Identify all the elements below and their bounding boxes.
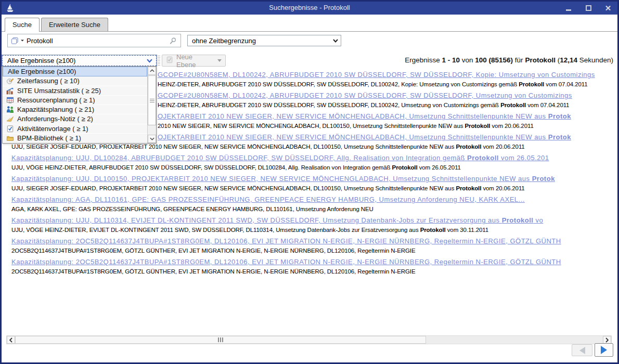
scroll-left-button[interactable] [7,336,15,344]
category-dropdown-popup: Alle Ergebnisse (≥100)Zeiterfassung ( ≥ … [2,66,157,144]
close-button[interactable]: ✕ [604,4,612,12]
thumb-grip-icon [218,337,223,342]
scrollbar-track[interactable] [15,336,603,344]
result-item: Kapazitätsplanung: AGA, DL110161, GPE: G… [11,194,617,213]
horizontal-scrollbar[interactable] [6,335,612,344]
text-segment: Protokoll [519,81,544,87]
chevron-down-icon[interactable] [333,39,338,43]
window-title: Suchergebnisse - Protokoll [2,4,617,11]
dropdown-item[interactable]: Kapazitätsplanung ( ≥ 21) [3,105,147,114]
text-segment: Protok [548,133,571,141]
text-segment: Protok [548,112,571,120]
results-summary: Ergebnisse 1 - 10 von 100 (85156) für Pr… [405,56,613,64]
text-segment: Kapazitätsplanung: AGA, DL110161, GPE: G… [11,196,525,203]
result-item: Kapazitätsplanung: 2OC5B2Q114637J4TBUPA#… [11,257,617,276]
dropdown-item[interactable]: Ressourcenplanung ( ≥ 1) [3,96,147,105]
search-scope-caret-icon[interactable] [20,39,24,42]
text-segment: Kapazitätsplanung: 2OC5B2Q114637J4TBUPA#… [11,237,561,245]
tab-suche[interactable]: Suche [5,18,40,32]
result-title-link[interactable]: Kapazitätsplanung: AGA, DL110161, GPE: G… [11,194,617,205]
result-title-link[interactable]: Kapazitätsplanung: UJU, DL100284, ABRUFB… [11,153,617,163]
result-title-link[interactable]: Kapazitätsplanung: 2OC5B2Q114637J4TBUPA#… [11,236,617,246]
chevron-left-icon [9,337,12,343]
text-segment: 2OC5B2Q114637J4TBUPA#1ST8RG0EM, GÖTZL GÜ… [11,248,416,254]
window-controls: ✕ [564,2,612,15]
result-detail: UJU, VÖGE HEINZ-DIETER, ABRUFBUDGET 2010… [11,163,617,172]
result-detail: UJU, SIEGER JOSEF-EDUARD, PROJEKTARBEIT … [11,184,617,192]
summary-segment: 100 (85156) [475,56,513,64]
text-segment: Kapazitätsplanung: UJU, DL110314, EVIJET… [11,216,502,224]
text-segment: 2010 NEW SIEGER, NEW SERVICE MÖNCHENGLAD… [158,123,465,129]
tab-erweiterte-suche[interactable]: Erweiterte Suche [41,18,108,31]
dropdown-scrollbar[interactable] [147,67,156,143]
dropdown-item-label: Zeiterfassung ( ≥ 10) [17,77,80,85]
scroll-down-button[interactable] [148,135,156,143]
text-segment: vom 30.11.2011 [446,227,488,233]
site-umsatzstatistik-icon [6,86,14,95]
result-item: Kapazitätsplanung: 2OC5B2Q114637J4TBUPA#… [11,236,617,255]
dropdown-item-label: Ressourcenplanung ( ≥ 1) [17,96,95,104]
dropdown-item-label: Kapazitätsplanung ( ≥ 21) [17,106,94,113]
scrollbar-thumb[interactable] [15,336,426,344]
category-selected-value: Alle Ergebnisse (≥100) [7,57,75,64]
result-detail: UJU, VÖGE HEINZ-DIETER, EVIJET DL-KONTIN… [11,226,617,234]
summary-segment: Protokoll [525,56,556,64]
search-scope-icon[interactable] [11,37,19,45]
minimize-button[interactable] [564,4,573,12]
bpm-bibliothek-icon [6,134,14,142]
summary-segment: von [460,56,475,64]
close-icon: ✕ [605,4,612,12]
dropdown-item[interactable]: Zeiterfassung ( ≥ 10) [3,76,147,86]
chevron-down-icon[interactable] [147,59,152,63]
next-page-button[interactable] [595,343,613,357]
dropdown-item[interactable]: SITE Umsatzstatistik ( ≥ 25) [3,86,147,96]
new-level-button[interactable]: Neue Ebene [162,55,226,67]
search-field[interactable] [7,34,181,47]
summary-segment: ( [556,56,560,64]
dropdown-item[interactable]: Anforderungs-Notiz ( ≥ 2) [3,114,147,124]
scroll-right-button[interactable] [603,336,611,344]
text-segment: AGA, KARK AXEL, GPE: GAS PROZESSEINFÜHRU… [11,206,373,212]
text-segment: Kapazitätsplanung: UJU, DL100150, PROJEK… [11,175,532,183]
result-item: Kapazitätsplanung: UJU, DL100150, PROJEK… [11,174,617,192]
clipboard-check-icon [166,56,173,65]
time-filter-combobox[interactable]: ohne Zeitbegrenzung [187,35,341,46]
chevron-down-icon [217,59,222,62]
search-input[interactable] [24,37,169,45]
text-segment: Protokoll [456,185,481,191]
result-title-link[interactable]: Kapazitätsplanung: 2OC5B2Q114637J4TBUPA#… [11,257,617,267]
chevron-up-icon [150,69,154,72]
maximize-icon [586,5,591,11]
toolbar-drag-handle[interactable] [158,56,160,66]
titlebar: Suchergebnisse - Protokoll ✕ [2,2,617,15]
result-detail: 2OC5B2Q114637J4TBUPA#1ST8RG0EM, GÖTZL GÜ… [11,267,617,276]
dropdown-item[interactable]: Aktivitätenvorlage ( ≥ 1) [3,124,147,134]
result-item: Kapazitätsplanung: UJU, DL100284, ABRUFB… [11,153,617,172]
previous-page-button[interactable] [572,344,592,356]
aktivitaetenvorlage-icon [6,124,14,133]
dropdown-item-label: BPM-Bibliothek ( ≥ 1) [17,134,81,142]
summary-segment: Ergebnisse [405,56,442,64]
dropdown-item-label: Alle Ergebnisse (≥100) [8,68,76,75]
dropdown-item-label: Anforderungs-Notiz ( ≥ 2) [17,115,93,123]
text-segment: UJU, SIEGER JOSEF-EDUARD, PROJEKTARBEIT … [11,185,456,191]
chevron-down-icon [150,137,154,140]
text-segment: UJU, VÖGE HEINZ-DIETER, EVIJET DL-KONTIN… [11,227,420,233]
text-segment: vom 20.06.2011 [481,144,524,150]
result-title-link[interactable]: Kapazitätsplanung: UJU, DL100150, PROJEK… [11,174,617,184]
dropdown-item[interactable]: BPM-Bibliothek ( ≥ 1) [3,134,147,143]
text-segment: UJU, SIEGER JOSEF-EDUARD, PROJEKTARBEIT … [11,144,456,150]
scroll-up-button[interactable] [148,67,156,75]
summary-segment: 12,14 [560,56,577,64]
scrollbar-thumb[interactable] [148,75,156,125]
text-segment: Kapazitätsplanung: 2OC5B2Q114637J4TBUPA#… [11,258,561,266]
search-icon[interactable] [169,37,177,45]
category-combobox[interactable]: Alle Ergebnisse (≥100) [2,55,157,66]
maximize-button[interactable] [584,4,592,12]
thumb-grip-icon [150,99,154,102]
text-segment: vom 07.04.2011 [526,102,569,108]
text-segment: vom 07.04.2011 [544,81,587,87]
result-title-link[interactable]: Kapazitätsplanung: UJU, DL110314, EVIJET… [11,215,617,226]
dropdown-item[interactable]: Alle Ergebnisse (≥100) [3,67,147,76]
result-detail: 2OC5B2Q114637J4TBUPA#1ST8RG0EM, GÖTZL GÜ… [11,246,617,255]
